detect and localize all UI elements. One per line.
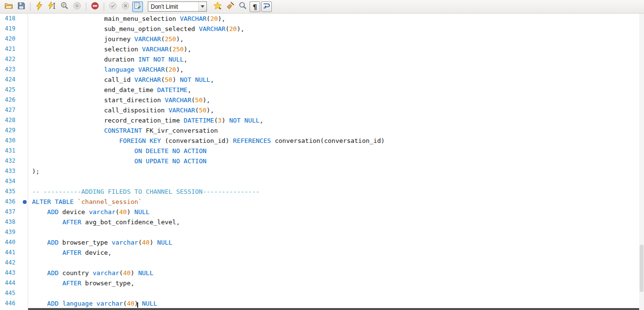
- statement-marker: [21, 34, 28, 44]
- commit-button[interactable]: [107, 1, 119, 13]
- star-icon: [213, 1, 222, 12]
- statement-marker: [21, 248, 28, 258]
- stop-execution-button[interactable]: [71, 1, 83, 13]
- rollback-button[interactable]: [120, 1, 131, 13]
- code-line[interactable]: 423 language VARCHAR(20),: [0, 64, 644, 75]
- line-number: 439: [0, 227, 21, 237]
- code-line[interactable]: 443 ADD country varchar(40) NULL: [0, 268, 644, 278]
- toggle-word-wrap-button[interactable]: [261, 1, 272, 12]
- code-text: );: [28, 166, 40, 176]
- code-line[interactable]: 425 end_date_time DATETIME,: [0, 85, 644, 95]
- toggle-invisible-characters-button[interactable]: ¶: [250, 1, 260, 12]
- statement-marker-dot: [23, 200, 27, 204]
- statement-marker: [21, 207, 28, 217]
- execute-current-statement-button[interactable]: [46, 1, 58, 13]
- statement-marker: [21, 85, 28, 95]
- line-number: 443: [0, 268, 21, 278]
- toggle-stop-on-error-button[interactable]: [89, 1, 101, 13]
- code-line[interactable]: 418 main_menu_selection VARCHAR(20),: [0, 14, 644, 24]
- code-text: [28, 258, 32, 268]
- scrollbar-thumb[interactable]: [640, 245, 644, 292]
- code-line[interactable]: 435 -- ----------ADDING FILEDS TO CHANNE…: [0, 186, 644, 197]
- floppy-disk-icon: [17, 1, 26, 12]
- code-line[interactable]: 431 ON DELETE NO ACTION: [0, 146, 644, 156]
- code-line[interactable]: 437 ADD device varchar(40) NULL: [0, 207, 644, 217]
- statement-marker: [21, 227, 28, 237]
- code-text: ADD browser_type varchar(40) NULL: [28, 237, 173, 248]
- code-text: ADD country varchar(40) NULL: [28, 268, 154, 278]
- code-text: ON DELETE NO ACTION: [28, 146, 206, 156]
- code-text: call_id VARCHAR(50) NOT NULL,: [28, 75, 214, 85]
- statement-marker: [21, 136, 28, 146]
- code-line[interactable]: 441 AFTER device,: [0, 248, 644, 258]
- statement-marker: [21, 278, 28, 288]
- line-number: 430: [0, 136, 21, 146]
- code-line[interactable]: 421 selection VARCHAR(250),: [0, 44, 644, 54]
- code-line[interactable]: 439: [0, 227, 644, 237]
- magnifier-lightning-icon: [60, 1, 69, 12]
- code-line[interactable]: 420 journey VARCHAR(250),: [0, 34, 644, 44]
- code-line[interactable]: 432 ON UPDATE NO ACTION: [0, 156, 644, 166]
- code-line[interactable]: 426 start_direction VARCHAR(50),: [0, 95, 644, 105]
- code-line[interactable]: 419 sub_menu_option_selected VARCHAR(20)…: [0, 24, 644, 34]
- toggle-autocommit-button[interactable]: [132, 1, 143, 12]
- code-line[interactable]: 442: [0, 258, 644, 268]
- code-text: sub_menu_option_selected VARCHAR(20),: [28, 24, 244, 34]
- code-line[interactable]: 440 ADD browser_type varchar(40) NULL: [0, 237, 644, 248]
- sql-code-editor[interactable]: 418 main_menu_selection VARCHAR(20), 419…: [0, 14, 644, 310]
- code-lines: 418 main_menu_selection VARCHAR(20), 419…: [0, 14, 644, 310]
- explain-plan-button[interactable]: [59, 1, 70, 13]
- code-line[interactable]: 446 ADD language varchar(40) NULL: [0, 298, 644, 309]
- code-line[interactable]: 422 duration INT NOT NULL,: [0, 54, 644, 64]
- code-line[interactable]: 445: [0, 288, 644, 298]
- save-script-button[interactable]: [16, 1, 27, 13]
- execute-script-button[interactable]: [33, 1, 45, 13]
- code-line[interactable]: 429 CONSTRAINT FK_ivr_conversation: [0, 125, 644, 136]
- code-text: end_date_time DATETIME,: [28, 85, 191, 95]
- limit-rows-dropdown[interactable]: Don't Limit: [148, 1, 207, 12]
- code-text: AFTER device,: [28, 248, 111, 258]
- code-line[interactable]: 430 FOREIGN KEY (conversation_id) REFERE…: [0, 136, 644, 146]
- line-number: 446: [0, 298, 21, 309]
- find-button[interactable]: [237, 1, 249, 13]
- statement-marker: [21, 176, 28, 186]
- line-number: 432: [0, 156, 21, 166]
- code-line[interactable]: 424 call_id VARCHAR(50) NOT NULL,: [0, 75, 644, 85]
- broom-icon: [226, 1, 235, 12]
- code-text: [28, 288, 32, 298]
- toolbar-separator: [86, 2, 86, 11]
- code-line[interactable]: 428 record_creation_time DATETIME(3) NOT…: [0, 115, 644, 125]
- statement-marker: [21, 156, 28, 166]
- statement-marker: [21, 146, 28, 156]
- code-text: [28, 227, 32, 237]
- code-text: selection VARCHAR(250),: [28, 44, 191, 54]
- statement-marker: [21, 258, 28, 268]
- code-line[interactable]: 444 AFTER browser_type,: [0, 278, 644, 288]
- open-script-button[interactable]: [3, 1, 15, 13]
- code-text: ALTER TABLE `channel_session`: [28, 197, 142, 207]
- line-number: 437: [0, 207, 21, 217]
- code-text: call_disposition VARCHAR(50),: [28, 105, 214, 115]
- code-line[interactable]: 433 );: [0, 166, 644, 176]
- vertical-scrollbar[interactable]: [639, 14, 644, 310]
- line-number: 433: [0, 166, 21, 176]
- line-number: 429: [0, 125, 21, 136]
- code-text: journey VARCHAR(250),: [28, 34, 184, 44]
- line-number: 436: [0, 197, 21, 207]
- code-line[interactable]: 434: [0, 176, 644, 186]
- line-number: 423: [0, 64, 21, 75]
- beautify-script-button[interactable]: [224, 1, 236, 13]
- code-line[interactable]: 427 call_disposition VARCHAR(50),: [0, 105, 644, 115]
- save-snippet-button[interactable]: [212, 1, 223, 13]
- code-line[interactable]: 436 ALTER TABLE `channel_session`: [0, 197, 644, 207]
- commit-check-icon: [109, 1, 117, 12]
- code-text: ON UPDATE NO ACTION: [28, 156, 206, 166]
- code-line[interactable]: 438 AFTER avg_bot_confidence_level,: [0, 217, 644, 227]
- lightning-cursor-icon: [47, 1, 56, 12]
- line-number: 441: [0, 248, 21, 258]
- code-text: AFTER avg_bot_confidence_level,: [28, 217, 180, 227]
- autocommit-icon: [133, 1, 142, 12]
- mysql-workbench-sql-editor: Don't Limit ¶ 418 main_menu_selection VA…: [0, 0, 644, 310]
- statement-marker: [21, 44, 28, 54]
- line-number: 418: [0, 14, 21, 24]
